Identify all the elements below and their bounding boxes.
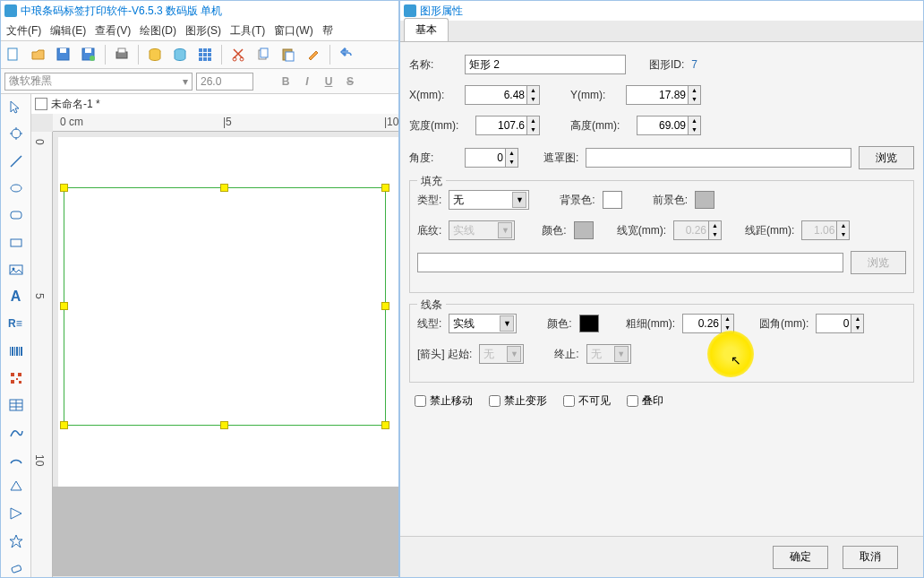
page-canvas[interactable] [58,137,398,487]
fill-group: 填充 类型: 无▼ 背景色: 前景色: 底纹: 实线▼ 颜色: [409,180,914,293]
menu-draw[interactable]: 绘图(D) [140,23,176,39]
fill-lw-label: 线宽(mm): [617,223,666,238]
resize-handle[interactable] [381,184,389,192]
fill-type-combo[interactable]: 无▼ [449,190,529,210]
height-spinner[interactable]: ▲▼ [689,116,701,135]
grid-icon[interactable] [196,46,214,64]
menu-file[interactable]: 文件(F) [6,23,41,39]
tab-basic[interactable]: 基本 [404,18,449,41]
eraser-tool-icon[interactable] [6,559,26,577]
font-family-combo[interactable]: 微软雅黑 ▾ [4,73,192,91]
overprint-checkbox[interactable]: 叠印 [627,393,663,409]
toolbar-separator [105,45,106,65]
resize-handle[interactable] [60,421,68,429]
mask-browse-button[interactable]: 浏览 [859,146,914,169]
radius-spinner[interactable]: ▲▼ [851,314,864,333]
resize-handle[interactable] [220,421,228,429]
resize-handle[interactable] [381,302,389,310]
new-doc-icon[interactable] [4,46,22,64]
bgcolor-swatch[interactable] [603,191,622,209]
copy-icon[interactable] [254,46,272,64]
svg-marker-50 [10,535,22,548]
mask-input[interactable] [586,148,851,168]
resize-handle[interactable] [220,184,228,192]
angle-spinner[interactable]: ▲▼ [506,148,518,168]
width-label: 宽度(mm): [409,118,468,134]
polygon-tool-icon[interactable] [6,478,26,496]
print-icon[interactable] [113,46,131,64]
arc-tool-icon[interactable] [6,451,26,469]
toolbar-separator [138,45,139,65]
x-input[interactable] [469,89,525,101]
selected-rectangle[interactable] [64,187,386,426]
fgcolor-swatch[interactable] [695,191,714,209]
lock-resize-checkbox[interactable]: 禁止变形 [489,393,547,409]
ellipse-tool-icon[interactable] [6,179,26,197]
menu-window[interactable]: 窗口(W) [274,23,312,39]
image-tool-icon[interactable] [6,261,26,279]
barcode-tool-icon[interactable] [6,342,26,360]
menu-view[interactable]: 查看(V) [95,23,131,39]
resize-handle[interactable] [60,184,68,192]
menu-shape[interactable]: 图形(S) [185,23,221,39]
svg-marker-48 [11,481,21,490]
pattern-value: 实线 [453,223,475,238]
rect-tool-icon[interactable] [6,233,26,251]
radius-input[interactable] [820,317,849,330]
y-spinner[interactable]: ▲▼ [689,85,701,105]
menu-tool[interactable]: 工具(T) [230,23,265,39]
font-size-combo[interactable]: 26.0 [196,73,253,91]
text-tool-icon[interactable]: A [6,288,26,306]
paint-icon[interactable] [304,46,322,64]
thickness-spinner[interactable]: ▲▼ [722,314,734,333]
resize-handle[interactable] [60,302,68,310]
bold-button[interactable]: B [277,73,295,91]
name-input[interactable] [465,55,626,74]
fill-ls-input [806,224,834,237]
strike-button[interactable]: S [341,73,359,91]
table-tool-icon[interactable] [6,396,26,414]
pan-tool-icon[interactable] [6,125,26,142]
angle-input[interactable] [469,151,503,164]
fill-path-input[interactable] [417,253,843,272]
stroke-color-swatch[interactable] [579,315,599,332]
arrow-end-label: 终止: [554,347,578,362]
y-input[interactable] [630,89,686,101]
curve-tool-icon[interactable] [6,423,26,441]
qrcode-tool-icon[interactable] [6,369,26,387]
invisible-checkbox[interactable]: 不可见 [563,393,611,409]
resize-handle[interactable] [381,421,389,429]
x-spinner[interactable]: ▲▼ [527,85,540,105]
paste-icon[interactable] [279,46,297,64]
undo-icon[interactable] [338,46,355,64]
arrow-end-combo: 无▼ [586,344,631,364]
save-as-icon[interactable] [80,46,98,64]
canvas-area[interactable]: 0 cm |5 |10 0 5 10 [31,114,398,577]
ok-button[interactable]: 确定 [773,546,828,569]
document-tab[interactable]: 未命名-1 * [31,94,398,114]
italic-button[interactable]: I [298,73,316,91]
lock-move-checkbox[interactable]: 禁止移动 [415,393,473,409]
roundrect-tool-icon[interactable] [6,206,26,224]
richtext-tool-icon[interactable]: R≡ [6,315,26,332]
width-spinner[interactable]: ▲▼ [527,116,540,135]
menu-edit[interactable]: 编辑(E) [50,23,86,39]
line-type-combo[interactable]: 实线▼ [449,314,517,333]
width-input[interactable] [480,119,525,132]
underline-button[interactable]: U [320,73,338,91]
save-icon[interactable] [55,46,73,64]
cylinder-icon[interactable] [171,46,189,64]
triangle-tool-icon[interactable] [6,505,26,522]
thickness-input[interactable] [687,317,719,330]
pointer-tool-icon[interactable] [6,98,26,116]
svg-rect-38 [21,347,22,356]
open-icon[interactable] [30,46,47,64]
cancel-button[interactable]: 取消 [843,546,898,569]
cut-icon[interactable] [229,46,247,64]
menu-help[interactable]: 帮 [322,23,333,39]
line-tool-icon[interactable] [6,152,26,170]
database-icon[interactable] [146,46,164,64]
star-tool-icon[interactable] [6,532,26,550]
height-input[interactable] [641,119,686,132]
shape-id-value: 7 [691,58,697,71]
